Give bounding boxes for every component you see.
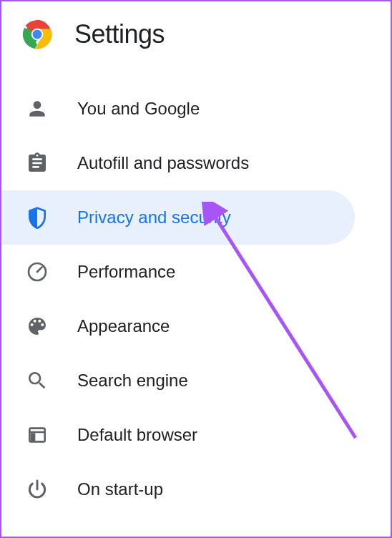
nav-item-autofill[interactable]: Autofill and passwords [1, 136, 391, 190]
shield-icon [26, 206, 49, 229]
nav-label: Performance [77, 262, 175, 282]
nav-label: Privacy and security [77, 207, 231, 228]
nav-item-performance[interactable]: Performance [1, 245, 391, 299]
svg-point-2 [33, 30, 42, 39]
nav-label: Default browser [77, 425, 197, 445]
svg-rect-4 [31, 433, 36, 441]
nav-item-privacy[interactable]: Privacy and security [1, 190, 355, 245]
nav-item-you-and-google[interactable]: You and Google [1, 82, 391, 136]
nav-item-default-browser[interactable]: Default browser [1, 408, 391, 462]
palette-icon [26, 315, 49, 338]
nav-label: On start-up [77, 479, 163, 499]
settings-nav: You and Google Autofill and passwords Pr… [1, 67, 391, 517]
power-icon [26, 478, 49, 501]
nav-label: Appearance [77, 316, 170, 336]
search-icon [26, 369, 49, 392]
nav-item-search-engine[interactable]: Search engine [1, 353, 391, 408]
settings-header: Settings [1, 1, 391, 67]
gauge-icon [26, 260, 49, 283]
chrome-logo-icon [21, 19, 53, 50]
nav-label: You and Google [77, 99, 200, 119]
nav-item-on-startup[interactable]: On start-up [1, 462, 391, 517]
nav-label: Autofill and passwords [77, 153, 249, 173]
nav-label: Search engine [77, 371, 188, 391]
nav-item-appearance[interactable]: Appearance [1, 299, 391, 353]
person-icon [26, 97, 49, 120]
window-icon [26, 424, 49, 446]
page-title: Settings [74, 19, 165, 49]
clipboard-icon [26, 152, 49, 175]
